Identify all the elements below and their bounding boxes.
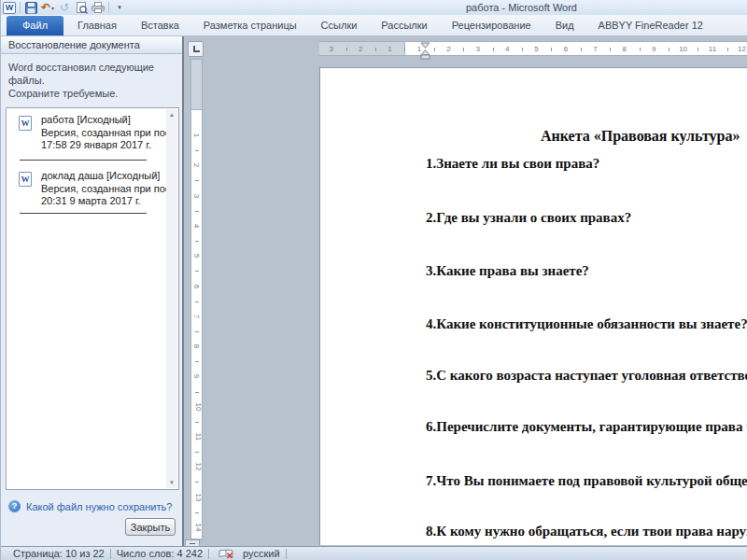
file-separator xyxy=(20,213,147,214)
ruler-number: 6 xyxy=(192,284,201,287)
tab-mailings[interactable]: Рассылки xyxy=(369,16,439,35)
left-tab-stop-icon xyxy=(193,46,200,52)
status-separator xyxy=(286,549,287,559)
ruler-tick xyxy=(698,48,698,51)
tab-abbyy-finereader[interactable]: ABBYY FineReader 12 xyxy=(586,16,715,35)
ruler-tick xyxy=(195,422,199,423)
ruler-number: 3 xyxy=(330,45,333,53)
top-margin-area xyxy=(191,60,202,110)
ruler-tick xyxy=(195,512,199,513)
ruler-number: 4 xyxy=(505,45,509,53)
status-separator xyxy=(208,549,209,559)
recovery-pane-title: Восстановление документа xyxy=(1,36,182,54)
help-icon: ? xyxy=(8,500,21,512)
tab-review[interactable]: Рецензирование xyxy=(440,16,543,35)
language-indicator[interactable]: русский xyxy=(237,548,285,559)
scroll-up-icon[interactable]: ▲ xyxy=(166,109,177,120)
status-bar: Страница: 10 из 22 Число слов: 4 242 рус… xyxy=(1,546,747,560)
print-icon[interactable] xyxy=(92,1,105,14)
scroll-down-icon[interactable]: ▼ xyxy=(166,477,177,488)
ruler-tick xyxy=(404,48,405,51)
ruler-tick xyxy=(195,271,199,272)
ruler-tick xyxy=(581,48,582,51)
ruler-tick xyxy=(195,211,199,212)
ruler-tick xyxy=(195,452,199,453)
tab-home[interactable]: Главная xyxy=(65,16,129,35)
question-8: 8.К кому нужно обращаться, если твои пра… xyxy=(426,524,747,539)
question-3: 3.Какие права вы знаете? xyxy=(426,263,589,279)
tab-file[interactable]: Файл xyxy=(7,16,63,35)
file-name: доклад даша [Исходный] xyxy=(41,170,167,183)
indent-marker[interactable] xyxy=(420,42,430,60)
tab-stop-selector[interactable] xyxy=(188,41,204,57)
ruler-number: 11 xyxy=(709,45,716,53)
spell-check-error-icon[interactable] xyxy=(218,549,233,559)
question-5: 5.С какого возраста наступает уголовная … xyxy=(426,368,747,384)
file-detail: Версия, созданная при посл... xyxy=(41,183,167,196)
ruler-tick xyxy=(375,48,376,51)
word-document-icon: W xyxy=(19,116,32,131)
quick-access-toolbar: W ↶▾ ↺ xyxy=(3,0,126,15)
document-recovery-pane: Восстановление документа Word восстанови… xyxy=(1,36,184,546)
vertical-ruler: 1234567891011121314 xyxy=(190,59,203,539)
redo-icon[interactable]: ↺ xyxy=(58,1,71,14)
question-1: 1.Знаете ли вы свои права? xyxy=(426,156,599,172)
ruler-number: 7 xyxy=(192,315,201,318)
undo-dropdown-icon[interactable]: ▾ xyxy=(51,5,54,11)
word-document-icon: W xyxy=(19,172,32,187)
undo-icon[interactable]: ↶▾ xyxy=(41,1,54,14)
ruler-tick xyxy=(195,301,199,302)
horizontal-ruler: 321123456789101112 xyxy=(319,41,747,56)
tab-insert[interactable]: Вставка xyxy=(129,16,191,35)
ruler-number: 5 xyxy=(192,254,201,258)
word-count[interactable]: Число слов: 4 242 xyxy=(111,548,208,559)
recovery-pane-message: Word восстановил следующие файлы. Сохран… xyxy=(1,54,182,100)
file-detail: Версия, созданная при посл... xyxy=(41,127,167,140)
ruler-tick xyxy=(195,150,199,151)
ruler-number: 9 xyxy=(192,374,201,378)
ruler-tick xyxy=(195,392,199,393)
ruler-tick xyxy=(195,482,199,483)
save-icon[interactable] xyxy=(24,1,37,14)
close-pane-button[interactable]: Закрыть xyxy=(125,518,176,536)
ruler-number: 11 xyxy=(194,433,203,441)
customize-quick-access-icon[interactable]: ▾ xyxy=(113,1,126,14)
file-list-scrollbar[interactable]: ▲ ▼ xyxy=(166,109,177,488)
page-indicator[interactable]: Страница: 10 из 22 xyxy=(7,548,110,559)
print-preview-icon[interactable] xyxy=(75,1,88,14)
ruler-number: 8 xyxy=(623,45,627,53)
ruler-number: 2 xyxy=(446,45,450,53)
ruler-number: 1 xyxy=(417,45,421,53)
ruler-tick xyxy=(522,48,523,51)
ruler-number: 9 xyxy=(652,45,655,53)
which-file-to-save-link[interactable]: Какой файл нужно сохранить? xyxy=(26,501,172,512)
ruler-tick xyxy=(727,48,728,51)
question-2: 2.Где вы узнали о своих правах? xyxy=(426,210,631,226)
recovery-help-row: ? Какой файл нужно сохранить? xyxy=(8,500,172,512)
tab-page-layout[interactable]: Разметка страницы xyxy=(191,16,309,35)
document-page[interactable]: Анкета «Правовая культура» 1.Знаете ли в… xyxy=(319,67,747,545)
ruler-number: 1 xyxy=(192,133,201,137)
ruler-number: 7 xyxy=(593,45,597,53)
word-logo-icon[interactable]: W xyxy=(3,1,16,14)
tab-view[interactable]: Вид xyxy=(543,16,586,35)
ruler-tick xyxy=(195,180,199,181)
ruler-tick xyxy=(640,48,641,51)
question-7: 7.Что Вы понимаете под правовой культуро… xyxy=(426,473,747,489)
qat-separator xyxy=(108,2,109,13)
ruler-tick xyxy=(434,48,435,51)
question-6: 6.Перечислите документы, гарантирующие п… xyxy=(426,419,747,435)
ruler-tick xyxy=(669,48,669,51)
ruler-tick xyxy=(610,48,611,51)
title-bar: W ↶▾ ↺ xyxy=(1,0,747,15)
ruler-number: 14 xyxy=(194,523,203,531)
ruler-tick xyxy=(195,331,199,332)
ruler-tick xyxy=(463,48,464,51)
ruler-number: 2 xyxy=(192,163,201,167)
ruler-number: 6 xyxy=(564,45,568,53)
ruler-tick xyxy=(551,48,552,51)
ruler-number: 5 xyxy=(534,45,538,53)
word-window: W ↶▾ ↺ xyxy=(0,0,747,560)
ribbon-tabs: Файл Главная Вставка Разметка страницы С… xyxy=(1,15,747,36)
tab-references[interactable]: Ссылки xyxy=(309,16,370,35)
